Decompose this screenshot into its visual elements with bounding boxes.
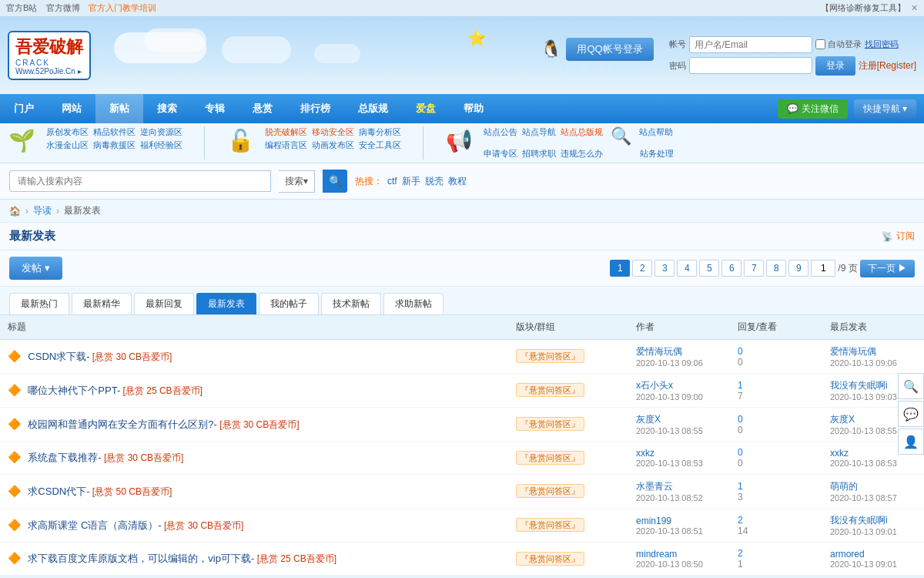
nav-item-search[interactable]: 搜索: [143, 94, 191, 123]
find-password-link[interactable]: 找回密码: [865, 39, 899, 50]
auto-login-checkbox[interactable]: 自动登录: [815, 39, 862, 50]
lastpost-name[interactable]: 我没有失眠啊i: [830, 380, 888, 391]
float-wechat-button[interactable]: 💬: [898, 401, 924, 427]
cat-link-violations[interactable]: 违规怎么办: [561, 148, 603, 160]
page-2[interactable]: 2: [632, 260, 652, 277]
page-5[interactable]: 5: [699, 260, 719, 277]
float-user-button[interactable]: 👤: [898, 428, 924, 455]
cat-link-unpack[interactable]: 脱壳破解区: [265, 126, 307, 138]
topbar-link-bsite[interactable]: 官方B站: [6, 3, 37, 12]
page-7[interactable]: 7: [744, 260, 764, 277]
tab-hot[interactable]: 最新热门: [9, 293, 69, 314]
nav-item-aipan[interactable]: 爱盘: [402, 94, 450, 123]
tab-latest-reply[interactable]: 最新回复: [134, 293, 194, 314]
search-button[interactable]: 🔍: [323, 170, 347, 193]
cat-link-code[interactable]: 编程语言区: [265, 139, 307, 151]
cat-link-virus-rescue[interactable]: 病毒救援区: [93, 139, 136, 151]
logo[interactable]: 吾爱破解 CRACK Www.52PoJie.Cn ▸: [8, 31, 91, 80]
float-search-button[interactable]: 🔍: [898, 373, 924, 399]
cat-link-anime[interactable]: 动画发布区: [312, 139, 354, 151]
top-bar-tool[interactable]: 【网络诊断修复工具】 ✕: [821, 2, 918, 14]
page-9[interactable]: 9: [788, 260, 808, 277]
author-name[interactable]: 灰度X: [636, 414, 661, 425]
cat-link-guide[interactable]: 站点导航: [522, 126, 556, 146]
cat-link-virus[interactable]: 病毒分析区: [359, 126, 401, 138]
nav-item-newpost[interactable]: 新帖: [95, 94, 143, 123]
password-input[interactable]: [689, 57, 812, 74]
nav-item-website[interactable]: 网站: [48, 94, 95, 123]
section-tag[interactable]: 『悬赏问答区』: [516, 383, 584, 397]
section-tag[interactable]: 『悬赏问答区』: [516, 518, 584, 532]
register-link[interactable]: 注册[Register]: [859, 59, 916, 72]
author-name[interactable]: 水墨青云: [636, 481, 673, 492]
search-input[interactable]: [9, 170, 271, 192]
nav-item-album[interactable]: 专辑: [191, 94, 239, 123]
cat-link-apply[interactable]: 申请专区: [484, 148, 517, 160]
post-button[interactable]: 发帖 ▾: [9, 257, 62, 280]
author-name[interactable]: mindream: [636, 549, 677, 560]
post-title-link[interactable]: 求下载百度文库原版文档，可以编辑的，vip可下载-: [28, 553, 254, 564]
tab-latest-post[interactable]: 最新发表: [196, 293, 256, 314]
cat-link-reverse[interactable]: 逆向资源区: [140, 126, 182, 138]
cat-link-manga[interactable]: 水漫金山区: [46, 139, 89, 151]
breadcrumb-guide[interactable]: 导读: [33, 204, 52, 217]
cat-link-software[interactable]: 精品软件区: [93, 126, 136, 138]
cat-link-station-process[interactable]: 站务处理: [640, 148, 674, 160]
lastpost-name[interactable]: 我没有失眠啊i: [830, 515, 888, 526]
search-type-dropdown[interactable]: 搜索▾: [279, 170, 315, 193]
post-title-link[interactable]: 系统盘下载推荐-: [28, 452, 101, 463]
nav-item-help[interactable]: 帮助: [450, 94, 497, 123]
wechat-button[interactable]: 💬 关注微信: [778, 99, 848, 119]
account-input[interactable]: [689, 36, 812, 53]
section-tag[interactable]: 『悬赏问答区』: [516, 349, 584, 363]
post-title-link[interactable]: 求高斯课堂 C语言（高清版）-: [28, 519, 161, 531]
lastpost-name[interactable]: 灰度X: [830, 414, 855, 425]
page-1[interactable]: 1: [610, 260, 630, 277]
close-icon[interactable]: ✕: [911, 3, 918, 12]
quick-nav-button[interactable]: 快捷导航 ▾: [854, 99, 916, 119]
nav-item-portal[interactable]: 门户: [0, 94, 48, 123]
cat-link-notice[interactable]: 站点公告: [484, 126, 517, 146]
post-title-link[interactable]: 哪位大神代下个PPT-: [28, 385, 120, 396]
section-tag[interactable]: 『悬赏问答区』: [516, 484, 584, 498]
cat-link-recruit[interactable]: 招聘求职: [522, 148, 556, 160]
page-3[interactable]: 3: [654, 260, 675, 277]
rss-button[interactable]: 📡 订阅: [882, 230, 915, 243]
lastpost-name[interactable]: armored: [830, 549, 865, 560]
nav-item-ranking[interactable]: 排行榜: [286, 94, 344, 123]
tab-help[interactable]: 求助新帖: [383, 293, 444, 314]
tab-tech[interactable]: 技术新帖: [321, 293, 381, 314]
hot-tag-unpack[interactable]: 脱壳: [425, 175, 444, 188]
home-link[interactable]: 🏠: [9, 206, 21, 217]
cat-link-mobile[interactable]: 移动安全区: [312, 126, 354, 138]
login-button[interactable]: 登录: [815, 56, 855, 76]
nav-item-rules[interactable]: 总版规: [344, 94, 402, 123]
auto-login-check[interactable]: [815, 39, 825, 49]
page-jump-input[interactable]: [811, 260, 835, 277]
lastpost-name[interactable]: 萌萌的: [830, 481, 858, 492]
lastpost-name[interactable]: xxkz: [830, 448, 849, 459]
topbar-link-training[interactable]: 官方入门教学培训: [89, 3, 156, 12]
page-4[interactable]: 4: [677, 260, 697, 277]
author-name[interactable]: 爱情海玩偶: [636, 346, 682, 357]
post-title-link[interactable]: 校园网和普通内网在安全方面有什么区别?-: [28, 418, 217, 430]
topbar-link-weibo[interactable]: 官方微博: [46, 3, 80, 12]
author-name[interactable]: xxkz: [636, 448, 654, 459]
nav-item-reward[interactable]: 悬赏: [239, 94, 286, 123]
cat-link-total-rules[interactable]: 站点总版规: [561, 126, 603, 146]
section-tag[interactable]: 『悬赏问答区』: [516, 417, 584, 431]
tab-best[interactable]: 最新精华: [72, 293, 132, 314]
cat-link-tools[interactable]: 安全工具区: [359, 139, 401, 151]
hot-tag-newbie[interactable]: 新手: [402, 175, 420, 188]
page-6[interactable]: 6: [721, 260, 742, 277]
lastpost-name[interactable]: 爱情海玩偶: [830, 346, 876, 357]
section-tag[interactable]: 『悬赏问答区』: [516, 451, 584, 465]
cat-link-welfare[interactable]: 福利经验区: [140, 139, 182, 151]
next-page-button[interactable]: 下一页 ▶: [860, 260, 915, 277]
cat-link-original[interactable]: 原创发布区: [46, 126, 89, 138]
post-title-link[interactable]: 求CSDN代下-: [28, 486, 89, 497]
tab-my-posts[interactable]: 我的帖子: [259, 293, 319, 314]
hot-tag-ctf[interactable]: ctf: [387, 176, 397, 187]
page-8[interactable]: 8: [766, 260, 786, 277]
cat-link-help[interactable]: 站点帮助: [639, 126, 673, 146]
